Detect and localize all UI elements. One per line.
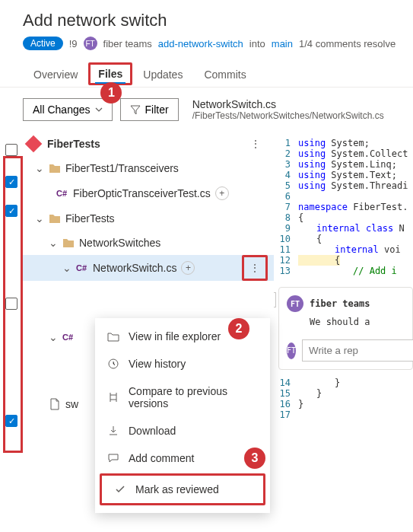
- reply-input[interactable]: [302, 339, 413, 362]
- menu-add-comment[interactable]: Add comment 3: [95, 444, 270, 472]
- tree-file-transceiver-test[interactable]: C# FiberOpticTransceiverTest.cs +: [23, 180, 274, 206]
- pr-number: !9: [69, 38, 78, 49]
- tree-folder-transceivers[interactable]: ⌄ FiberTest1/Transceivers: [23, 156, 274, 180]
- chevron-down-icon: ⌄: [49, 238, 58, 247]
- comment-thread: ✕ FT fiber teams We should a FT: [278, 287, 413, 370]
- toolbar: All Changes Filter NetworkSwitch.cs /Fib…: [0, 88, 413, 132]
- source-branch-link[interactable]: add-network-switch: [158, 38, 243, 49]
- avatar: FT: [287, 342, 296, 359]
- menu-mark-reviewed[interactable]: Mark as reviewed: [100, 473, 265, 505]
- more-icon[interactable]: ⋮: [243, 132, 268, 156]
- avatar: FT: [287, 295, 303, 312]
- csharp-icon: C#: [76, 263, 88, 272]
- add-comment-icon[interactable]: +: [215, 186, 229, 200]
- folder-icon: [62, 237, 75, 248]
- filter-icon: [130, 104, 141, 115]
- tree-file-networkswitch[interactable]: ⌄ C# NetworkSwitch.cs + ⋮: [23, 255, 274, 281]
- repo-icon: [25, 135, 43, 153]
- target-branch-link[interactable]: main: [272, 38, 293, 49]
- callout-2: 2: [228, 318, 249, 339]
- more-button[interactable]: ⋮: [242, 255, 268, 281]
- chevron-down-icon: [95, 106, 103, 113]
- tree-folder-fibertests[interactable]: ⌄ FiberTests: [23, 206, 274, 231]
- tab-commits[interactable]: Commits: [193, 62, 256, 87]
- check-icon: [114, 483, 126, 495]
- current-file-path: /FiberTests/NetworkSwitches/NetworkSwitc…: [192, 110, 384, 121]
- chevron-down-icon: ⌄: [62, 263, 71, 272]
- context-menu: View in file explorer View history Compa…: [95, 318, 270, 513]
- comment-icon: [107, 452, 119, 464]
- callout-3: 3: [244, 448, 265, 469]
- folder-icon: [49, 163, 61, 174]
- add-comment-icon[interactable]: +: [181, 261, 195, 275]
- avatar: FT: [84, 37, 97, 50]
- file-icon: [49, 398, 61, 410]
- chevron-down-icon: ⌄: [35, 214, 44, 223]
- code-viewer: 1using System; 2using System.Collect 3us…: [274, 132, 413, 427]
- tab-overview[interactable]: Overview: [23, 62, 88, 87]
- chevron-down-icon: ⌄: [49, 333, 58, 342]
- tabs: Overview Files 1 Updates Commits: [0, 55, 413, 88]
- author-name: fiber teams: [103, 38, 152, 49]
- menu-compare[interactable]: Compare to previous versions: [95, 377, 270, 417]
- filter-button[interactable]: Filter: [120, 98, 179, 121]
- compare-icon: [107, 391, 119, 403]
- callout-checkbox-column: [3, 156, 23, 453]
- history-icon: [107, 358, 119, 370]
- current-file-name: NetworkSwitch.cs: [192, 98, 384, 110]
- tab-updates[interactable]: Updates: [132, 62, 193, 87]
- tree-folder-networkswitches[interactable]: ⌄ NetworkSwitches: [23, 231, 274, 255]
- comment-author: fiber teams: [310, 298, 370, 309]
- tree-root[interactable]: FiberTests ⋮: [23, 132, 274, 156]
- comment-status: 1/4 comments resolve: [299, 38, 396, 49]
- chevron-down-icon: ⌄: [35, 164, 44, 173]
- download-icon: [107, 425, 119, 437]
- comment-body: We should a: [287, 312, 405, 327]
- csharp-icon: C#: [56, 189, 68, 198]
- pr-meta: Active !9 FT fiber teams add-network-swi…: [23, 37, 401, 50]
- collapse-button[interactable]: ✕: [274, 292, 276, 307]
- menu-view-history[interactable]: View history: [95, 350, 270, 377]
- folder-icon: [49, 213, 61, 224]
- all-changes-dropdown[interactable]: All Changes: [23, 98, 113, 121]
- status-badge: Active: [23, 37, 63, 50]
- checkbox-root[interactable]: [5, 144, 17, 156]
- csharp-icon: C#: [62, 333, 75, 342]
- file-tree: FiberTests ⋮ ⌄ FiberTest1/Transceivers C…: [23, 132, 274, 427]
- page-title: Add network switch: [23, 11, 401, 30]
- folder-open-icon: [107, 330, 119, 342]
- menu-download[interactable]: Download: [95, 417, 270, 444]
